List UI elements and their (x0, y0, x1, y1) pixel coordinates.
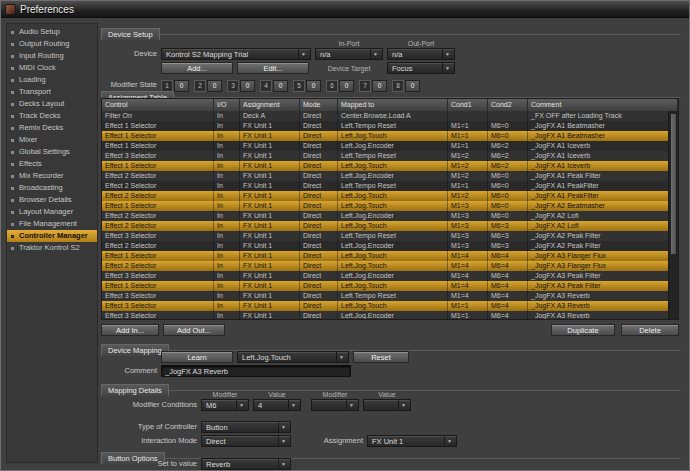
add-device-button[interactable]: Add... (161, 62, 233, 74)
set-to-value-select-value: Reverb (206, 460, 230, 469)
cell-io: In (214, 171, 240, 181)
sidebar-item-audio-setup[interactable]: Audio Setup (7, 26, 97, 38)
table-row[interactable]: Effect 2 SelectorInFX Unit 1DirectLeft.J… (102, 171, 669, 181)
type-of-controller-select[interactable]: Button (201, 421, 291, 433)
sidebar-item-controller-manager[interactable]: Controller Manager (7, 230, 97, 242)
value2-select[interactable] (363, 399, 411, 411)
interaction-mode-select-value: Direct (206, 437, 226, 446)
table-row[interactable]: Effect 1 SelectorInFX Unit 1DirectLeft.J… (102, 201, 669, 211)
sidebar-item-file-management[interactable]: File Management (7, 218, 97, 230)
table-row[interactable]: Effect 2 SelectorInFX Unit 1DirectLeft.T… (102, 181, 669, 191)
table-row[interactable]: Effect 1 SelectorInFX Unit 1DirectLeft.J… (102, 251, 669, 261)
table-scrollbar[interactable] (668, 111, 678, 319)
cell-io: In (214, 291, 240, 301)
column-header-comment[interactable]: Comment (528, 99, 678, 111)
cell-mapped-to: Left.Tempo Reset (338, 121, 448, 131)
modifier2-select[interactable] (311, 399, 359, 411)
table-row[interactable]: Effect 2 SelectorInFX Unit 1DirectLeft.J… (102, 221, 669, 231)
device-target-select[interactable]: Focus (387, 62, 455, 74)
table-row[interactable]: Effect 3 SelectorInFX Unit 1DirectLeft.T… (102, 291, 669, 301)
modifier-conditions-label: Modifier Conditions (101, 399, 197, 411)
column-header-control[interactable]: Control (102, 99, 214, 111)
column-header-assignment[interactable]: Assignment (240, 99, 300, 111)
sidebar-item-browser-details[interactable]: Browser Details (7, 194, 97, 206)
sidebar-item-mix-recorder[interactable]: Mix Recorder (7, 170, 97, 182)
sidebar-item-remix-decks[interactable]: Remix Decks (7, 122, 97, 134)
table-row[interactable]: Effect 1 SelectorInFX Unit 1DirectLeft.J… (102, 161, 669, 171)
sidebar-item-transport[interactable]: Transport (7, 86, 97, 98)
cell-mode: Direct (300, 201, 338, 211)
sidebar-item-midi-clock[interactable]: MIDI Clock (7, 62, 97, 74)
title-bar[interactable]: Preferences (1, 1, 689, 18)
table-row[interactable]: Effect 1 SelectorInFX Unit 1DirectLeft.J… (102, 131, 669, 141)
cell-mode: Direct (300, 271, 338, 281)
column-header-mode[interactable]: Mode (300, 99, 338, 111)
sidebar-item-track-decks[interactable]: Track Decks (7, 110, 97, 122)
sidebar-item-decks-layout[interactable]: Decks Layout (7, 98, 97, 110)
table-row[interactable]: Effect 1 SelectorInFX Unit 1DirectLeft.T… (102, 121, 669, 131)
cell-mapped-to: Left.Jog.Touch (338, 281, 448, 291)
table-row[interactable]: Effect 2 SelectorInFX Unit 1DirectLeft.J… (102, 191, 669, 201)
sidebar-item-loading[interactable]: Loading (7, 74, 97, 86)
column-header-mapped-to[interactable]: Mapped to (338, 99, 448, 111)
sidebar-item-input-routing[interactable]: Input Routing (7, 50, 97, 62)
sidebar-item-mixer[interactable]: Mixer (7, 134, 97, 146)
add-in-button[interactable]: Add In... (101, 324, 159, 336)
set-to-value-select[interactable]: Reverb (201, 458, 291, 470)
cell-control: Filter On (102, 111, 214, 121)
column-header-cond2[interactable]: Cond2 (488, 99, 528, 111)
sidebar-item-traktor-kontrol-s2[interactable]: Traktor Kontrol S2 (7, 242, 97, 254)
sidebar-item-layout-manager[interactable]: Layout Manager (7, 206, 97, 218)
delete-button[interactable]: Delete (621, 324, 679, 336)
cell-comment: _JogFX A3 Reverb (528, 311, 669, 319)
add-out-button[interactable]: Add Out... (163, 324, 225, 336)
sidebar-item-effects[interactable]: Effects (7, 158, 97, 170)
comment-input[interactable] (161, 365, 351, 377)
duplicate-button[interactable]: Duplicate (551, 324, 615, 336)
table-row[interactable]: Effect 3 SelectorInFX Unit 1DirectLeft.J… (102, 301, 669, 311)
cell-assignment: FX Unit 1 (240, 191, 300, 201)
cell-cond2: M6=0 (488, 121, 528, 131)
table-row[interactable]: Effect 2 SelectorInFX Unit 1DirectLeft.J… (102, 261, 669, 271)
modifier1-col-label: Modifier (201, 390, 249, 399)
table-scrollbar-thumb[interactable] (670, 113, 677, 255)
learn-button[interactable]: Learn (161, 351, 233, 363)
cell-comment: _JogFX A3 Flanger Flux (528, 251, 669, 261)
edit-device-button[interactable]: Edit... (237, 62, 309, 74)
cell-assignment: FX Unit 1 (240, 281, 300, 291)
cell-cond1: M1=1 (448, 121, 488, 131)
cell-cond2: M6=0 (488, 211, 528, 221)
sidebar-item-global-settings[interactable]: Global Settings (7, 146, 97, 158)
modifier1-select[interactable]: M6 (201, 399, 249, 411)
table-row[interactable]: Effect 3 SelectorInFX Unit 1DirectLeft.J… (102, 271, 669, 281)
table-row[interactable]: Effect 2 SelectorInFX Unit 1DirectLeft.J… (102, 241, 669, 251)
cell-mode: Direct (300, 121, 338, 131)
table-row[interactable]: Effect 1 SelectorInFX Unit 1DirectLeft.J… (102, 141, 669, 151)
cell-comment: _JogFX A3 Flanger Flux (528, 261, 669, 271)
table-row[interactable]: Filter OnInDeck ADirectCenter.Browse.Loa… (102, 111, 669, 121)
value1-select[interactable]: 4 (253, 399, 301, 411)
sidebar-item-output-routing[interactable]: Output Routing (7, 38, 97, 50)
column-header-cond1[interactable]: Cond1 (448, 99, 488, 111)
out-port-select[interactable]: n/a (387, 48, 455, 60)
interaction-mode-select[interactable]: Direct (201, 435, 291, 447)
cell-cond1: M1=4 (448, 261, 488, 271)
assignment-select[interactable]: FX Unit 1 (367, 435, 457, 447)
table-row[interactable]: Effect 3 SelectorInFX Unit 1DirectLeft.T… (102, 231, 669, 241)
cell-comment: _JogFX A2 Peak Filter (528, 241, 669, 251)
table-row[interactable]: Effect 3 SelectorInFX Unit 1DirectLeft.T… (102, 151, 669, 161)
table-row[interactable]: Effect 2 SelectorInFX Unit 1DirectLeft.J… (102, 211, 669, 221)
reset-button[interactable]: Reset (353, 351, 409, 363)
cell-cond1: M1=4 (448, 271, 488, 281)
cell-assignment: FX Unit 1 (240, 221, 300, 231)
column-header-i-o[interactable]: I/O (214, 99, 240, 111)
cell-assignment: FX Unit 1 (240, 291, 300, 301)
cell-cond2: M6=4 (488, 271, 528, 281)
table-row[interactable]: Effect 1 SelectorInFX Unit 1DirectLeft.J… (102, 281, 669, 291)
mapped-control-select[interactable]: Left.Jog.Touch (237, 351, 349, 363)
sidebar-item-broadcasting[interactable]: Broadcasting (7, 182, 97, 194)
cell-mapped-to: Left.Jog.Touch (338, 221, 448, 231)
in-port-select[interactable]: n/a (315, 48, 383, 60)
table-row[interactable]: Effect 3 SelectorInFX Unit 1DirectLeft.J… (102, 311, 669, 319)
device-select[interactable]: Kontrol S2 Mapping Trial (161, 48, 311, 60)
